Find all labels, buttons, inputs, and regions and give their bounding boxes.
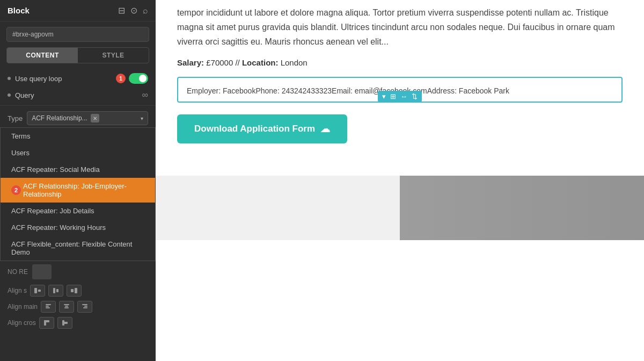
divider — [0, 105, 156, 106]
align-cross-start[interactable] — [39, 317, 54, 329]
svg-rect-1 — [38, 290, 41, 292]
type-select-value: ACF Relationship... — [32, 114, 87, 122]
user-icon[interactable]: ⊙ — [130, 5, 137, 16]
query-loop-label: Use query loop — [15, 75, 116, 83]
employer-box: Employer: FacebookPhone: 243242433323Ema… — [177, 77, 623, 103]
svg-rect-12 — [82, 304, 87, 305]
badge-2: 2 — [11, 185, 21, 195]
dropdown-item-job-details[interactable]: ACF Repeater: Job Details — [1, 203, 155, 219]
dropdown-item-flexible-content[interactable]: ACF Flexible_content: Flexible Content D… — [1, 236, 155, 261]
svg-rect-5 — [75, 288, 77, 293]
dot-indicator — [8, 93, 11, 97]
right-panel: tempor incididunt ut labore et dolore ma… — [156, 0, 644, 361]
align-self-center[interactable] — [48, 285, 63, 297]
svg-rect-2 — [53, 288, 55, 293]
align-self-label: Align s — [8, 287, 27, 294]
location-value: London — [281, 58, 308, 67]
salary-label: Salary: — [177, 58, 204, 67]
chevron-down-icon: ▾ — [141, 115, 143, 121]
tab-content[interactable]: CONTENT — [7, 48, 78, 63]
left-panel: Block ⊟ ⊙ ⌕ #brxe-agpovm CONTENT STYLE U… — [0, 0, 156, 361]
toolbar-grid-icon[interactable]: ⊞ — [389, 92, 398, 100]
align-main-label: Align main — [8, 303, 38, 311]
panel-title: Block — [8, 6, 30, 15]
align-main-center[interactable] — [59, 301, 74, 313]
align-self-left[interactable] — [30, 285, 45, 297]
content-area: tempor incididunt ut labore et dolore ma… — [156, 0, 644, 176]
svg-rect-0 — [34, 288, 37, 293]
no-re-label: NO RE — [8, 268, 28, 276]
query-label: Query — [15, 91, 142, 99]
svg-rect-8 — [46, 307, 50, 308]
svg-rect-18 — [62, 320, 64, 326]
type-label: Type — [8, 114, 23, 122]
salary-value: £70000 // — [206, 58, 242, 67]
svg-rect-6 — [46, 304, 51, 305]
toolbar-chevron-icon[interactable]: ▾ — [380, 92, 387, 100]
align-main-end[interactable] — [77, 301, 92, 313]
badge-1: 1 — [116, 74, 126, 83]
svg-rect-9 — [64, 304, 69, 305]
query-loop-row: Use query loop 1 — [0, 70, 156, 87]
download-icon: ☁ — [320, 123, 330, 135]
bottom-right-image — [400, 176, 644, 240]
align-main-row: Align main — [0, 299, 156, 315]
type-select[interactable]: ACF Relationship... ✕ ▾ — [27, 111, 148, 125]
bottom-left-image — [156, 176, 400, 240]
type-clear-button[interactable]: ✕ — [91, 114, 99, 122]
download-button[interactable]: Download Application Form ☁ — [177, 114, 347, 143]
search-icon[interactable]: ⌕ — [143, 6, 148, 16]
toolbar-resize-h-icon[interactable]: ↔ — [399, 92, 409, 100]
svg-rect-7 — [46, 306, 49, 307]
employer-info: Employer: FacebookPhone: 243242433323Ema… — [187, 86, 509, 95]
svg-rect-13 — [84, 306, 87, 307]
salary-line: Salary: £70000 // Location: London — [177, 58, 623, 67]
svg-rect-10 — [65, 306, 68, 307]
svg-rect-4 — [71, 289, 74, 292]
no-re-thumbnail — [32, 264, 52, 279]
panel-icons: ⊟ ⊙ ⌕ — [118, 5, 148, 16]
toolbar-resize-v-icon[interactable]: ⇅ — [410, 92, 419, 100]
svg-rect-3 — [56, 289, 58, 292]
no-re-row: NO RE — [0, 261, 156, 283]
dropdown-item-social-media[interactable]: ACF Repeater: Social Media — [1, 161, 155, 178]
tab-row: CONTENT STYLE — [6, 47, 149, 63]
layout-icon[interactable]: ⊟ — [118, 5, 125, 16]
query-row: Query ∞ — [0, 87, 156, 103]
dropdown-item-users[interactable]: Users — [1, 145, 155, 161]
align-self-row: Align s — [0, 283, 156, 299]
location-label: Location: — [242, 58, 279, 67]
dropdown-item-working-hours[interactable]: ACF Repeater: Working Hours — [1, 219, 155, 236]
download-button-label: Download Application Form — [194, 124, 315, 134]
dot-indicator — [8, 77, 11, 80]
svg-rect-11 — [64, 307, 69, 308]
align-self-right[interactable] — [67, 285, 82, 297]
body-text: tempor incididunt ut labore et dolore ma… — [177, 5, 623, 49]
align-cross-label: Align cros — [8, 319, 36, 327]
align-cross-row: Align cros — [0, 315, 156, 331]
bottom-image-strip — [156, 176, 644, 240]
block-id-field[interactable]: #brxe-agpovm — [6, 27, 149, 42]
align-cross-center[interactable] — [57, 317, 72, 329]
panel-header: Block ⊟ ⊙ ⌕ — [0, 0, 156, 21]
svg-rect-14 — [83, 307, 87, 308]
dropdown-menu: Terms Users ACF Repeater: Social Media 2… — [0, 127, 156, 261]
type-row: Type ACF Relationship... ✕ ▾ — [0, 108, 156, 127]
tab-style[interactable]: STYLE — [78, 48, 149, 63]
query-loop-toggle[interactable] — [129, 73, 148, 84]
align-main-start[interactable] — [41, 301, 56, 313]
svg-rect-16 — [44, 320, 49, 322]
employer-toolbar: ▾ ⊞ ↔ ⇅ — [378, 91, 422, 102]
dropdown-item-terms[interactable]: Terms — [1, 128, 155, 145]
dropdown-item-relationship[interactable]: 2 ACF Relationship: Job-Employer-Relatio… — [1, 178, 155, 203]
infinity-icon: ∞ — [142, 90, 148, 100]
